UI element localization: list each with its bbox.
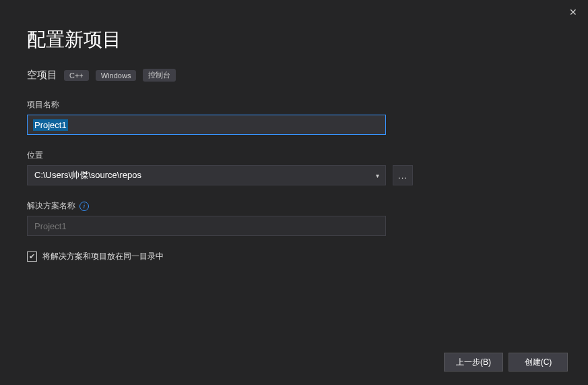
tag-cpp: C++: [64, 70, 89, 81]
close-icon-glyph: ✕: [569, 7, 577, 18]
location-row: ▾ ...: [27, 165, 561, 185]
tag-console: 控制台: [143, 69, 176, 82]
project-name-field: 项目名称 Project1: [27, 99, 561, 135]
close-icon[interactable]: ✕: [566, 5, 580, 19]
checkmark-icon: ✔: [29, 252, 35, 261]
same-directory-checkbox[interactable]: ✔: [27, 251, 37, 262]
solution-name-input: [27, 216, 386, 236]
solution-name-label-row: 解决方案名称 i: [27, 200, 561, 212]
solution-name-label: 解决方案名称: [27, 200, 75, 212]
project-name-input[interactable]: Project1: [27, 115, 386, 135]
back-button-label: 上一步(B): [456, 357, 491, 368]
create-button-label: 创建(C): [525, 357, 552, 368]
dialog-footer: 上一步(B) 创建(C): [444, 353, 568, 372]
template-summary: 空项目 C++ Windows 控制台: [27, 69, 561, 82]
location-label: 位置: [27, 150, 561, 161]
same-directory-label: 将解决方案和项目放在同一目录中: [42, 251, 164, 262]
project-name-label: 项目名称: [27, 99, 561, 111]
dialog-content: 配置新项目 空项目 C++ Windows 控制台 项目名称 Project1 …: [0, 0, 588, 262]
info-icon[interactable]: i: [79, 202, 89, 211]
create-button[interactable]: 创建(C): [509, 353, 568, 372]
template-name: 空项目: [27, 69, 57, 82]
solution-name-field: 解决方案名称 i: [27, 200, 561, 236]
same-directory-checkbox-row: ✔ 将解决方案和项目放在同一目录中: [27, 251, 561, 262]
back-button[interactable]: 上一步(B): [444, 353, 503, 372]
browse-button[interactable]: ...: [393, 165, 413, 185]
page-title: 配置新项目: [27, 27, 561, 53]
tag-windows: Windows: [96, 70, 137, 81]
location-input[interactable]: [27, 165, 386, 185]
location-field: 位置 ▾ ...: [27, 150, 561, 185]
project-name-value: Project1: [33, 119, 68, 131]
browse-label: ...: [398, 171, 407, 181]
location-select-wrap: ▾: [27, 165, 386, 185]
